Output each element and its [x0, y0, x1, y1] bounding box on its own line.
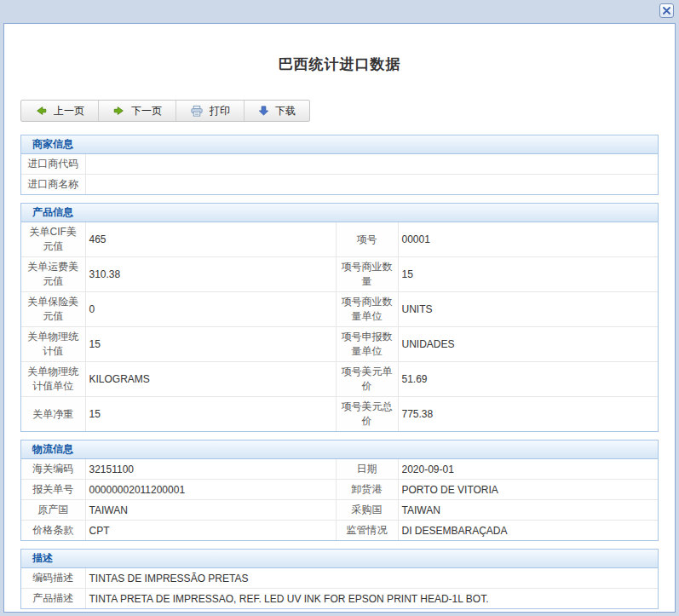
field-label: 关单运费美元值 — [21, 257, 85, 292]
field-value: 00000002011200001 — [85, 480, 336, 500]
section-description: 描述 编码描述 TINTAS DE IMPRESSÃO PRETAS 产品描述 … — [20, 549, 659, 609]
logistics-table: 海关编码 32151100 日期 2020-09-01 报关单号 0000000… — [21, 459, 658, 540]
close-button[interactable] — [659, 3, 674, 18]
field-value: 00001 — [398, 222, 658, 257]
green-arrow-left-icon — [35, 105, 48, 117]
page-title: 巴西统计进口数据 — [4, 55, 675, 74]
field-value: 15 — [398, 257, 658, 292]
table-row: 进口商名称 — [21, 175, 658, 195]
field-label: 监管情况 — [336, 521, 398, 541]
table-row: 编码描述 TINTAS DE IMPRESSÃO PRETAS — [21, 568, 658, 589]
section-product-title: 产品信息 — [21, 204, 658, 222]
field-value: 2020-09-01 — [398, 459, 658, 480]
table-row: 海关编码 32151100 日期 2020-09-01 — [21, 459, 658, 480]
table-row: 关单净重 15 项号美元总价 775.38 — [21, 397, 658, 432]
field-value: KILOGRAMS — [85, 362, 336, 397]
table-row: 关单保险美元值 0 项号商业数量单位 UNITS — [21, 292, 658, 327]
section-product-info: 产品信息 关单CIF美元值 465 项号 00001 关单运费美元值 310.3… — [20, 203, 659, 432]
field-value: DI DESEMBARAÇADA — [398, 521, 658, 541]
field-value: TAIWAN — [398, 500, 658, 521]
field-value: 0 — [85, 292, 336, 327]
blue-arrow-down-icon — [258, 105, 269, 117]
field-value: 775.38 — [398, 397, 658, 432]
field-label: 项号商业数量 — [336, 257, 398, 292]
field-value — [85, 154, 658, 175]
field-label: 日期 — [336, 459, 398, 480]
field-label: 项号美元总价 — [336, 397, 398, 432]
print-button[interactable]: 打印 — [176, 101, 245, 121]
field-value: PORTO DE VITORIA — [398, 480, 658, 500]
field-value: 465 — [85, 222, 336, 257]
field-value: 15 — [85, 327, 336, 362]
field-label: 产品描述 — [21, 589, 85, 609]
field-value: 51.69 — [398, 362, 658, 397]
field-value: 32151100 — [85, 459, 336, 480]
content-panel: 巴西统计进口数据 上一页 下一页 — [3, 23, 676, 613]
field-label: 海关编码 — [21, 459, 85, 480]
table-row: 报关单号 00000002011200001 卸货港 PORTO DE VITO… — [21, 480, 658, 500]
field-label: 报关单号 — [21, 480, 85, 500]
green-arrow-right-icon — [112, 105, 125, 117]
download-label: 下载 — [275, 104, 296, 118]
field-value: TINTA PRETA DE IMPRESSAO, REF. LED UV IN… — [85, 589, 658, 609]
field-label: 关单保险美元值 — [21, 292, 85, 327]
dialog-brazil-import-data: { "window": { "title": "巴西统计进口数据" }, "ic… — [0, 0, 679, 616]
print-label: 打印 — [210, 104, 230, 118]
table-row: 关单CIF美元值 465 项号 00001 — [21, 222, 658, 257]
field-label: 关单物理统计值 — [21, 327, 85, 362]
field-label: 价格条款 — [21, 521, 85, 541]
prev-page-label: 上一页 — [54, 104, 84, 118]
table-row: 关单物理统计值单位 KILOGRAMS 项号美元单价 51.69 — [21, 362, 658, 397]
field-label: 采购国 — [336, 500, 398, 521]
x-icon — [663, 7, 670, 14]
product-table: 关单CIF美元值 465 项号 00001 关单运费美元值 310.38 项号商… — [21, 222, 658, 431]
sections-container: 商家信息 进口商代码 进口商名称 产品信息 关单CIF美元值 4 — [20, 135, 659, 609]
field-value: 15 — [85, 397, 336, 432]
description-table: 编码描述 TINTAS DE IMPRESSÃO PRETAS 产品描述 TIN… — [21, 568, 658, 608]
field-label: 关单物理统计值单位 — [21, 362, 85, 397]
next-page-label: 下一页 — [131, 104, 162, 118]
table-row: 原产国 TAIWAN 采购国 TAIWAN — [21, 500, 658, 521]
section-merchant-title: 商家信息 — [21, 135, 658, 154]
field-label: 项号商业数量单位 — [336, 292, 398, 327]
field-value: TAIWAN — [85, 500, 336, 521]
table-row: 价格条款 CPT 监管情况 DI DESEMBARAÇADA — [21, 521, 658, 541]
table-row: 关单运费美元值 310.38 项号商业数量 15 — [21, 257, 658, 292]
field-label: 编码描述 — [21, 568, 85, 589]
field-label: 项号申报数量单位 — [336, 327, 398, 362]
section-logistics-title: 物流信息 — [21, 440, 658, 459]
download-button[interactable]: 下载 — [245, 101, 309, 121]
field-value: CPT — [85, 521, 336, 541]
merchant-table: 进口商代码 进口商名称 — [21, 154, 658, 194]
next-page-button[interactable]: 下一页 — [99, 101, 176, 121]
section-merchant-info: 商家信息 进口商代码 进口商名称 — [20, 135, 659, 195]
field-label: 进口商代码 — [21, 154, 85, 175]
table-row: 进口商代码 — [21, 154, 658, 175]
field-value: UNITS — [398, 292, 658, 327]
field-label: 卸货港 — [336, 480, 398, 500]
field-label: 原产国 — [21, 500, 85, 521]
field-value — [85, 175, 658, 195]
field-label: 项号美元单价 — [336, 362, 398, 397]
field-value: UNIDADES — [398, 327, 658, 362]
field-label: 关单CIF美元值 — [21, 222, 85, 257]
field-label: 关单净重 — [21, 397, 85, 432]
section-logistics-info: 物流信息 海关编码 32151100 日期 2020-09-01 报关单号 00… — [20, 440, 659, 541]
field-value: 310.38 — [85, 257, 336, 292]
prev-page-button[interactable]: 上一页 — [21, 101, 99, 121]
table-row: 关单物理统计值 15 项号申报数量单位 UNIDADES — [21, 327, 658, 362]
field-label: 项号 — [336, 222, 398, 257]
field-label: 进口商名称 — [21, 175, 85, 195]
section-description-title: 描述 — [21, 550, 658, 568]
table-row: 产品描述 TINTA PRETA DE IMPRESSAO, REF. LED … — [21, 589, 658, 609]
field-value: TINTAS DE IMPRESSÃO PRETAS — [85, 568, 658, 589]
printer-icon — [190, 105, 204, 118]
toolbar: 上一页 下一页 打印 — [20, 100, 310, 122]
